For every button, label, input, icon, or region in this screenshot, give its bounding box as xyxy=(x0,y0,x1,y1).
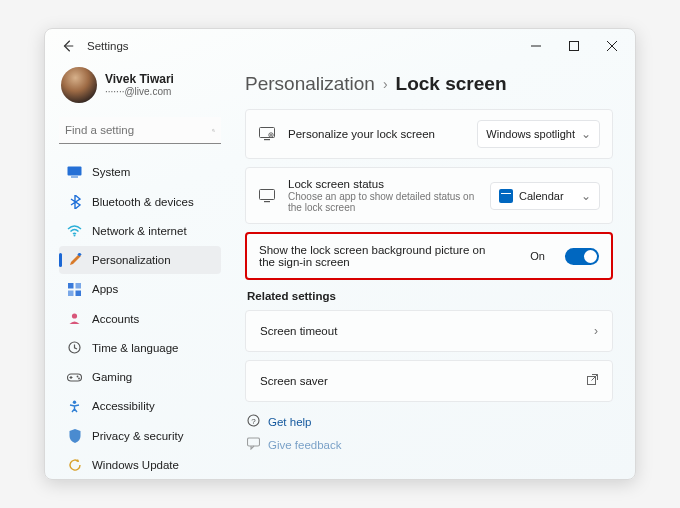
svg-rect-23 xyxy=(270,134,272,136)
user-email: ·······@live.com xyxy=(105,86,174,98)
svg-point-8 xyxy=(74,234,76,236)
minimize-button[interactable] xyxy=(517,31,555,61)
clock-icon xyxy=(67,340,82,355)
settings-window: Settings Vivek Tiwari ·······@live.com xyxy=(44,28,636,480)
chevron-down-icon: ⌄ xyxy=(581,127,591,141)
paintbrush-icon xyxy=(67,253,82,268)
sidebar-item-label: Accessibility xyxy=(92,400,155,412)
external-link-icon xyxy=(587,374,598,388)
chevron-right-icon: › xyxy=(383,76,388,92)
svg-rect-1 xyxy=(570,42,579,51)
back-button[interactable] xyxy=(55,33,81,59)
sidebar-item-apps[interactable]: Apps xyxy=(59,275,221,303)
svg-rect-24 xyxy=(260,189,275,199)
user-text: Vivek Tiwari ·······@live.com xyxy=(105,72,174,98)
svg-rect-29 xyxy=(248,438,260,446)
sidebar-item-label: Bluetooth & devices xyxy=(92,196,194,208)
back-arrow-icon xyxy=(61,39,75,53)
sidebar: Vivek Tiwari ·······@live.com System Blu… xyxy=(45,63,231,479)
app-title: Settings xyxy=(87,40,129,52)
main-content: Personalization › Lock screen Personaliz… xyxy=(231,63,635,479)
sidebar-item-time[interactable]: Time & language xyxy=(59,334,221,362)
page-title: Lock screen xyxy=(396,73,507,95)
link-label: Screen saver xyxy=(260,375,328,387)
monitor-status-icon xyxy=(258,187,276,205)
background-toggle[interactable] xyxy=(565,248,599,265)
close-button[interactable] xyxy=(593,31,631,61)
maximize-button[interactable] xyxy=(555,31,593,61)
lock-status-card[interactable]: Lock screen status Choose an app to show… xyxy=(245,167,613,224)
sidebar-item-label: Apps xyxy=(92,283,118,295)
status-app-dropdown[interactable]: Calendar ⌄ xyxy=(490,182,600,210)
card-title: Show the lock screen background picture … xyxy=(259,244,489,268)
search-box[interactable] xyxy=(59,117,221,144)
show-background-card[interactable]: Show the lock screen background picture … xyxy=(245,232,613,280)
sidebar-item-label: System xyxy=(92,166,130,178)
sidebar-item-update[interactable]: Windows Update xyxy=(59,451,221,479)
card-title: Lock screen status xyxy=(288,178,478,190)
svg-point-17 xyxy=(77,375,79,377)
sidebar-item-gaming[interactable]: Gaming xyxy=(59,363,221,391)
chevron-right-icon: › xyxy=(594,324,598,338)
link-label: Give feedback xyxy=(268,439,342,451)
sidebar-item-label: Personalization xyxy=(92,254,171,266)
sidebar-item-personalization[interactable]: Personalization xyxy=(59,246,221,274)
svg-rect-7 xyxy=(71,177,78,178)
svg-text:?: ? xyxy=(251,417,256,426)
sidebar-item-privacy[interactable]: Privacy & security xyxy=(59,422,221,450)
sidebar-item-label: Accounts xyxy=(92,313,139,325)
user-profile[interactable]: Vivek Tiwari ·······@live.com xyxy=(59,63,221,113)
screen-saver-link[interactable]: Screen saver xyxy=(245,360,613,402)
get-help-link[interactable]: ? Get help xyxy=(245,410,613,433)
screen-timeout-link[interactable]: Screen timeout › xyxy=(245,310,613,352)
breadcrumb: Personalization › Lock screen xyxy=(245,63,613,109)
svg-line-5 xyxy=(214,131,215,132)
shield-icon xyxy=(67,428,82,443)
link-label: Get help xyxy=(268,416,311,428)
sidebar-item-label: Windows Update xyxy=(92,459,179,471)
bluetooth-icon xyxy=(67,194,82,209)
svg-rect-13 xyxy=(76,290,82,296)
dropdown-value: Calendar xyxy=(519,190,564,202)
maximize-icon xyxy=(569,41,579,51)
card-subtitle: Choose an app to show detailed status on… xyxy=(288,191,478,213)
chevron-down-icon: ⌄ xyxy=(581,189,591,203)
svg-point-4 xyxy=(212,129,214,131)
update-icon xyxy=(67,457,82,472)
titlebar: Settings xyxy=(45,29,635,63)
apps-icon xyxy=(67,282,82,297)
minimize-icon xyxy=(531,41,541,51)
sidebar-item-accounts[interactable]: Accounts xyxy=(59,305,221,333)
sidebar-item-bluetooth[interactable]: Bluetooth & devices xyxy=(59,188,221,216)
gaming-icon xyxy=(67,370,82,385)
avatar xyxy=(61,67,97,103)
sidebar-item-accessibility[interactable]: Accessibility xyxy=(59,392,221,420)
svg-rect-10 xyxy=(68,283,74,289)
personalize-lock-card[interactable]: Personalize your lock screen Windows spo… xyxy=(245,109,613,159)
breadcrumb-parent[interactable]: Personalization xyxy=(245,73,375,95)
related-settings-heading: Related settings xyxy=(247,290,613,302)
svg-rect-21 xyxy=(264,139,270,140)
search-input[interactable] xyxy=(65,124,212,136)
sidebar-item-system[interactable]: System xyxy=(59,158,221,186)
link-label: Screen timeout xyxy=(260,325,337,337)
sidebar-item-network[interactable]: Network & internet xyxy=(59,217,221,245)
calendar-icon xyxy=(499,189,513,203)
give-feedback-link[interactable]: Give feedback xyxy=(245,433,613,456)
sidebar-item-label: Network & internet xyxy=(92,225,187,237)
window-controls xyxy=(517,31,631,61)
svg-rect-12 xyxy=(68,290,74,296)
sidebar-item-label: Time & language xyxy=(92,342,179,354)
personalize-dropdown[interactable]: Windows spotlight ⌄ xyxy=(477,120,600,148)
close-icon xyxy=(607,41,617,51)
toggle-state-label: On xyxy=(530,250,545,262)
wifi-icon xyxy=(67,223,82,238)
svg-rect-25 xyxy=(264,201,270,202)
svg-rect-6 xyxy=(68,167,82,176)
svg-rect-11 xyxy=(76,283,82,289)
feedback-icon xyxy=(247,437,260,452)
dropdown-value: Windows spotlight xyxy=(486,128,575,140)
card-title: Personalize your lock screen xyxy=(288,128,465,140)
help-links: ? Get help Give feedback xyxy=(245,410,613,456)
accounts-icon xyxy=(67,311,82,326)
